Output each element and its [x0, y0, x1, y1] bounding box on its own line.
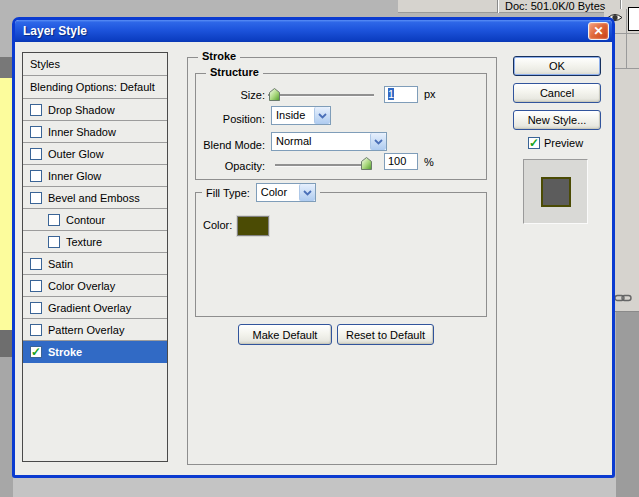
- inner-glow-checkbox[interactable]: [30, 170, 42, 182]
- contour-checkbox[interactable]: [48, 214, 60, 226]
- satin-checkbox[interactable]: [30, 258, 42, 270]
- sidebar-item-drop-shadow[interactable]: Drop Shadow: [23, 99, 167, 121]
- opacity-input[interactable]: 100: [384, 153, 418, 170]
- styles-list: Styles Blending Options: Default Drop Sh…: [22, 52, 168, 462]
- stroke-panel-legend: Stroke: [198, 50, 240, 62]
- chevron-down-icon[interactable]: [299, 184, 315, 201]
- color-label: Color:: [203, 219, 232, 231]
- dialog-body: Styles Blending Options: Default Drop Sh…: [15, 42, 612, 475]
- dialog-title: Layer Style: [23, 24, 87, 38]
- size-unit: px: [424, 88, 436, 100]
- cancel-button[interactable]: Cancel: [513, 83, 601, 103]
- size-slider-thumb[interactable]: [269, 88, 280, 101]
- new-style-button[interactable]: New Style...: [513, 110, 601, 130]
- reset-to-default-button[interactable]: Reset to Default: [337, 324, 434, 345]
- status-divider: [497, 0, 498, 13]
- drop-shadow-checkbox[interactable]: [30, 104, 42, 116]
- sidebar-item-contour[interactable]: Contour: [23, 209, 167, 231]
- size-slider-track[interactable]: [268, 94, 374, 96]
- opacity-label: Opacity:: [195, 159, 265, 173]
- pattern-overlay-checkbox[interactable]: [30, 324, 42, 336]
- sidebar-item-blending-options[interactable]: Blending Options: Default: [23, 76, 167, 99]
- color-overlay-checkbox[interactable]: [30, 280, 42, 292]
- opacity-slider-track[interactable]: [275, 164, 372, 166]
- chevron-down-icon[interactable]: [314, 107, 330, 124]
- size-input[interactable]: 1: [384, 86, 418, 103]
- stroke-checkbox[interactable]: [30, 346, 42, 358]
- preview-label: Preview: [544, 137, 583, 149]
- opacity-slider-thumb[interactable]: [361, 157, 372, 170]
- close-icon[interactable]: ✕: [588, 22, 609, 40]
- style-preview-thumbnail: [523, 159, 588, 224]
- fill-type-label: Fill Type:: [206, 187, 250, 199]
- ok-button[interactable]: OK: [513, 56, 601, 76]
- chevron-down-icon[interactable]: [370, 133, 386, 150]
- doc-size-readout: Doc: 501.0K/0 Bytes: [505, 0, 605, 13]
- opacity-unit: %: [424, 156, 434, 168]
- fill-type-group: Fill Type: Color: [195, 192, 487, 317]
- preview-toggle[interactable]: Preview: [528, 137, 583, 149]
- palette-well-background: [616, 312, 639, 497]
- sidebar-item-stroke[interactable]: Stroke: [23, 341, 167, 363]
- layer-style-dialog: Layer Style ✕ Styles Blending Options: D…: [12, 17, 615, 478]
- size-label: Size:: [205, 88, 265, 102]
- stroke-preview-square: [541, 177, 571, 207]
- sidebar-item-inner-glow[interactable]: Inner Glow: [23, 165, 167, 187]
- sidebar-item-inner-shadow[interactable]: Inner Shadow: [23, 121, 167, 143]
- make-default-button[interactable]: Make Default: [238, 324, 332, 345]
- layer-thumbnail[interactable]: [628, 7, 639, 31]
- bevel-emboss-checkbox[interactable]: [30, 192, 42, 204]
- sidebar-item-outer-glow[interactable]: Outer Glow: [23, 143, 167, 165]
- position-label: Position:: [195, 112, 265, 126]
- blend-mode-select[interactable]: Normal: [271, 132, 387, 151]
- sidebar-item-texture[interactable]: Texture: [23, 231, 167, 253]
- gradient-overlay-checkbox[interactable]: [30, 302, 42, 314]
- sidebar-item-satin[interactable]: Satin: [23, 253, 167, 275]
- structure-legend: Structure: [206, 66, 263, 78]
- link-layers-icon[interactable]: [614, 293, 634, 305]
- app-background-bottom: [0, 478, 639, 497]
- sidebar-item-pattern-overlay[interactable]: Pattern Overlay: [23, 319, 167, 341]
- outer-glow-checkbox[interactable]: [30, 148, 42, 160]
- sidebar-item-styles[interactable]: Styles: [23, 53, 167, 76]
- stroke-color-swatch[interactable]: [237, 216, 269, 236]
- sidebar-item-gradient-overlay[interactable]: Gradient Overlay: [23, 297, 167, 319]
- blend-mode-label: Blend Mode:: [185, 138, 265, 152]
- sidebar-item-color-overlay[interactable]: Color Overlay: [23, 275, 167, 297]
- inner-shadow-checkbox[interactable]: [30, 126, 42, 138]
- sidebar-item-bevel-and-emboss[interactable]: Bevel and Emboss: [23, 187, 167, 209]
- position-select[interactable]: Inside: [271, 106, 331, 125]
- fill-type-select[interactable]: Color: [256, 183, 316, 202]
- preview-checkbox[interactable]: [528, 137, 540, 149]
- texture-checkbox[interactable]: [48, 236, 60, 248]
- document-status-bar: Doc: 501.0K/0 Bytes: [398, 0, 639, 13]
- dialog-titlebar[interactable]: Layer Style ✕: [15, 20, 612, 42]
